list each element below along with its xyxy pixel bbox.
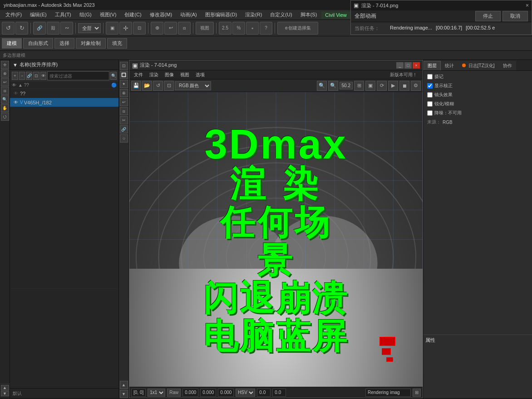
sidebar-icon-4[interactable]: ↩ (120, 98, 128, 106)
link-button[interactable]: 🔗 (33, 22, 46, 34)
scene-search-btn[interactable]: 🔍 (110, 72, 117, 80)
view-dropdown-btn[interactable]: 视图 (196, 22, 214, 34)
checkbox-sharpen[interactable] (427, 101, 433, 107)
vray-menu-render[interactable]: 渲染 (147, 71, 161, 79)
scene-add-btn[interactable]: + (12, 72, 18, 80)
snap-2d-button[interactable]: 2.5 (219, 22, 232, 34)
render-cancel-btn[interactable]: 取消 (502, 11, 528, 21)
select-object-button[interactable]: ✛ (119, 22, 132, 34)
render-dialog-close[interactable]: × (526, 2, 529, 9)
vray-open-btn[interactable]: 📂 (142, 81, 152, 91)
tab-selection[interactable]: 选择 (54, 38, 74, 49)
menu-view[interactable]: 视图(V) (96, 10, 120, 19)
move-button[interactable]: ⊕ (151, 22, 163, 34)
scene-eye-btn[interactable]: 👁 (40, 72, 47, 80)
rotate-button[interactable]: ↩ (164, 22, 177, 34)
vray-maximize[interactable]: □ (404, 62, 412, 69)
scene-link-btn[interactable]: 🔗 (26, 72, 32, 80)
menu-tools[interactable]: 工具(T) (51, 10, 75, 19)
spinner-button[interactable]: ? (260, 22, 272, 34)
vray-menu-view[interactable]: 视图 (177, 71, 192, 79)
sidebar-icon-bottom-1[interactable]: ▼ (120, 390, 128, 398)
unlink-button[interactable]: ⛓ (47, 22, 59, 34)
vray-save-btn[interactable]: 💾 (131, 81, 141, 91)
right-tab-stats[interactable]: 统计 (441, 61, 458, 70)
redo-button[interactable]: ↻ (15, 22, 28, 34)
menu-group[interactable]: 组(G) (76, 10, 95, 19)
scene-delete-btn[interactable]: − (19, 72, 25, 80)
lt-scroll-down[interactable]: ▼ (1, 391, 9, 396)
menu-create[interactable]: 创建(C) (121, 10, 145, 19)
selection-filter-button[interactable]: ▣ (106, 22, 118, 34)
sidebar-icon-1[interactable]: 🔳 (120, 71, 128, 79)
vray-channel-btn[interactable]: Raw (167, 389, 181, 397)
scene-search-input[interactable] (47, 71, 109, 80)
menu-file[interactable]: 文件(F) (2, 10, 25, 19)
menu-edit[interactable]: 编辑(E) (26, 10, 50, 19)
lt-move[interactable]: ⊕ (1, 69, 9, 78)
vray-expand-btn[interactable]: ⊞ (413, 389, 421, 397)
lt-pan[interactable]: ✋ (1, 104, 9, 112)
undo-button[interactable]: ↺ (2, 22, 15, 34)
menu-animation[interactable]: 动画(A) (177, 10, 201, 19)
vray-undo-btn[interactable]: ↺ (153, 81, 163, 91)
lt-scroll-up[interactable]: ▲ (1, 385, 9, 390)
sidebar-icon-7[interactable]: 🔗 (120, 125, 128, 133)
right-tab-log[interactable]: 日志[TZ汉化] (458, 61, 499, 70)
checkbox-denoise[interactable] (427, 110, 433, 116)
vray-color-mode-dropdown[interactable]: RGB 颜色 (175, 81, 211, 90)
sidebar-icon-3[interactable]: ⊕ (120, 89, 128, 97)
scene-item-0[interactable]: 👁 ?? (10, 89, 118, 98)
menu-scripting[interactable]: 脚本(S) (297, 10, 321, 19)
sidebar-icon-6[interactable]: ✂ (120, 116, 128, 124)
window-crossing-button[interactable]: ⊡ (133, 22, 146, 34)
snap-percent-button[interactable]: ∘ (246, 22, 259, 34)
sidebar-icon-8[interactable]: ☆ (120, 134, 128, 143)
vray-colorspace-dropdown[interactable]: HSV (236, 389, 255, 397)
vray-render-btn[interactable]: ▶ (388, 81, 398, 91)
lt-scale[interactable]: ⧈ (1, 87, 9, 95)
sidebar-icon-5[interactable]: ⧈ (120, 107, 128, 115)
sidebar-icon-bottom-0[interactable]: ▲ (120, 381, 128, 389)
render-stop-btn[interactable]: 停止 (475, 11, 501, 21)
right-tab-collab[interactable]: 协作 (499, 61, 516, 70)
lt-orbit[interactable]: ⭯ (1, 113, 9, 121)
sidebar-icon-0[interactable]: ⊡ (120, 62, 128, 70)
vray-size-dropdown[interactable]: 1x1 (148, 389, 165, 397)
vray-menu-options[interactable]: 选项 (193, 71, 207, 79)
snap-angle-button[interactable]: % (232, 22, 245, 34)
vray-menu-file[interactable]: 文件 (131, 71, 146, 79)
vray-settings-btn[interactable]: ⚙ (411, 81, 421, 91)
scene-filter-btn[interactable]: ⊡ (33, 72, 39, 80)
vray-track-btn[interactable]: ⊡ (164, 81, 174, 91)
vray-menu-image[interactable]: 图像 (162, 71, 177, 79)
vray-fit-btn[interactable]: ⊞ (354, 81, 364, 91)
render-setup-button[interactable]: ⊕创建选择集 (277, 22, 318, 34)
tab-modeling[interactable]: 建模 (2, 38, 22, 49)
lt-zoom[interactable]: 🔍 (1, 95, 9, 103)
scene-item-1[interactable]: 👁 V V465H_/182 (10, 98, 118, 107)
vray-minimize[interactable]: _ (396, 62, 404, 69)
tab-object-paint[interactable]: 对象绘制 (76, 38, 106, 49)
vray-zoom-out[interactable]: 🔍 (328, 81, 338, 91)
vray-reset-btn[interactable]: ⟳ (377, 81, 387, 91)
checkbox-correct[interactable] (427, 83, 433, 89)
tab-freeform[interactable]: 自由形式 (23, 38, 53, 49)
menu-render[interactable]: 渲染(R) (241, 10, 266, 19)
vray-zoom-in[interactable]: 🔍 (317, 81, 327, 91)
checkbox-lens[interactable] (427, 92, 433, 98)
sidebar-icon-2[interactable]: ✦ (120, 80, 128, 88)
lt-rotate[interactable]: ↩ (1, 78, 9, 86)
menu-modifiers[interactable]: 修改器(M) (146, 10, 176, 19)
menu-graph-editor[interactable]: 图形编辑器(D) (202, 10, 241, 19)
vray-region-btn[interactable]: ▣ (365, 81, 375, 91)
tab-populate[interactable]: 填充 (107, 38, 127, 49)
bind-button[interactable]: ∾ (60, 22, 73, 34)
vray-stop-btn[interactable]: ⏹ (399, 81, 409, 91)
scale-button[interactable]: ⧈ (178, 22, 191, 34)
vray-close[interactable]: × (413, 62, 420, 69)
lt-select[interactable]: ✛ (1, 61, 9, 69)
menu-customize[interactable]: 自定义(U) (266, 10, 296, 19)
select-all-dropdown[interactable]: 全部 (78, 23, 101, 33)
menu-civil-view[interactable]: Civil View (321, 11, 350, 19)
